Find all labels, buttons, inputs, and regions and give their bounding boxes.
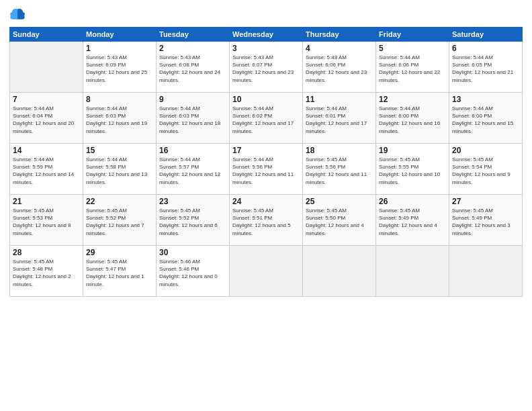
calendar-cell: 1Sunrise: 5:43 AMSunset: 6:09 PMDaylight… [83,42,157,93]
week-row-1: 7Sunrise: 5:44 AMSunset: 6:04 PMDaylight… [10,93,523,144]
calendar-cell: 21Sunrise: 5:45 AMSunset: 5:53 PMDayligh… [10,195,83,246]
calendar-cell: 14Sunrise: 5:44 AMSunset: 5:59 PMDayligh… [10,144,83,195]
day-number: 15 [86,146,153,155]
calendar-cell: 7Sunrise: 5:44 AMSunset: 6:04 PMDaylight… [10,93,83,144]
calendar-cell [303,246,376,297]
day-info: Sunrise: 5:44 AMSunset: 5:59 PMDaylight:… [13,156,80,186]
day-info: Sunrise: 5:45 AMSunset: 5:55 PMDaylight:… [379,156,446,186]
day-info: Sunrise: 5:45 AMSunset: 5:52 PMDaylight:… [159,207,226,237]
day-info: Sunrise: 5:44 AMSunset: 6:00 PMDaylight:… [379,105,446,135]
logo-icon [9,7,26,23]
day-header-tuesday: Tuesday [157,28,230,42]
calendar-cell: 17Sunrise: 5:44 AMSunset: 5:56 PMDayligh… [230,144,303,195]
day-info: Sunrise: 5:43 AMSunset: 6:08 PMDaylight:… [159,54,226,84]
calendar-cell: 8Sunrise: 5:44 AMSunset: 6:03 PMDaylight… [83,93,157,144]
calendar-cell: 23Sunrise: 5:45 AMSunset: 5:52 PMDayligh… [157,195,230,246]
calendar-cell: 12Sunrise: 5:44 AMSunset: 6:00 PMDayligh… [376,93,449,144]
calendar-cell [449,246,523,297]
day-info: Sunrise: 5:44 AMSunset: 6:00 PMDaylight:… [452,105,519,135]
day-info: Sunrise: 5:44 AMSunset: 6:06 PMDaylight:… [379,54,446,84]
day-number: 21 [13,197,80,206]
calendar-cell: 9Sunrise: 5:44 AMSunset: 6:03 PMDaylight… [157,93,230,144]
day-number: 27 [452,197,519,206]
calendar-cell: 20Sunrise: 5:45 AMSunset: 5:54 PMDayligh… [449,144,523,195]
day-number: 24 [232,197,300,206]
day-header-wednesday: Wednesday [230,28,303,42]
day-number: 7 [13,95,80,104]
day-info: Sunrise: 5:45 AMSunset: 5:48 PMDaylight:… [13,258,80,288]
calendar-cell: 4Sunrise: 5:43 AMSunset: 6:06 PMDaylight… [303,42,376,93]
day-info: Sunrise: 5:44 AMSunset: 6:01 PMDaylight:… [306,105,373,135]
day-number: 26 [379,197,446,206]
calendar-cell [376,246,449,297]
day-info: Sunrise: 5:45 AMSunset: 5:53 PMDaylight:… [13,207,80,237]
day-number: 30 [159,248,226,257]
page: SundayMondayTuesdayWednesdayThursdayFrid… [0,0,532,411]
day-number: 14 [13,146,80,155]
logo [9,7,28,23]
day-info: Sunrise: 5:44 AMSunset: 6:04 PMDaylight:… [13,105,80,135]
calendar-cell: 3Sunrise: 5:43 AMSunset: 6:07 PMDaylight… [230,42,303,93]
day-number: 6 [452,44,519,53]
week-row-4: 28Sunrise: 5:45 AMSunset: 5:48 PMDayligh… [10,246,523,297]
calendar-cell: 24Sunrise: 5:45 AMSunset: 5:51 PMDayligh… [230,195,303,246]
day-number: 20 [452,146,519,155]
calendar-cell: 6Sunrise: 5:44 AMSunset: 6:05 PMDaylight… [449,42,523,93]
calendar-cell: 16Sunrise: 5:44 AMSunset: 5:57 PMDayligh… [157,144,230,195]
day-info: Sunrise: 5:45 AMSunset: 5:49 PMDaylight:… [379,207,446,237]
calendar-cell: 15Sunrise: 5:44 AMSunset: 5:58 PMDayligh… [83,144,157,195]
calendar-cell: 18Sunrise: 5:45 AMSunset: 5:56 PMDayligh… [303,144,376,195]
day-number: 22 [86,197,153,206]
day-info: Sunrise: 5:44 AMSunset: 6:03 PMDaylight:… [159,105,226,135]
day-header-sunday: Sunday [10,28,83,42]
day-header-monday: Monday [83,28,157,42]
week-row-0: 1Sunrise: 5:43 AMSunset: 6:09 PMDaylight… [10,42,523,93]
calendar-cell [10,42,83,93]
day-number: 19 [379,146,446,155]
day-info: Sunrise: 5:44 AMSunset: 6:03 PMDaylight:… [86,105,153,135]
day-number: 12 [379,95,446,104]
calendar-cell: 27Sunrise: 5:45 AMSunset: 5:49 PMDayligh… [449,195,523,246]
day-number: 28 [13,248,80,257]
day-number: 4 [306,44,373,53]
day-info: Sunrise: 5:45 AMSunset: 5:47 PMDaylight:… [86,258,153,288]
day-number: 8 [86,95,153,104]
day-info: Sunrise: 5:45 AMSunset: 5:49 PMDaylight:… [452,207,519,237]
day-info: Sunrise: 5:45 AMSunset: 5:56 PMDaylight:… [306,156,373,186]
day-info: Sunrise: 5:44 AMSunset: 5:56 PMDaylight:… [232,156,300,186]
calendar-cell [230,246,303,297]
calendar-cell: 28Sunrise: 5:45 AMSunset: 5:48 PMDayligh… [10,246,83,297]
day-info: Sunrise: 5:44 AMSunset: 6:05 PMDaylight:… [452,54,519,84]
day-header-friday: Friday [376,28,449,42]
day-info: Sunrise: 5:46 AMSunset: 5:46 PMDaylight:… [159,258,226,288]
calendar-cell: 11Sunrise: 5:44 AMSunset: 6:01 PMDayligh… [303,93,376,144]
week-row-2: 14Sunrise: 5:44 AMSunset: 5:59 PMDayligh… [10,144,523,195]
calendar-cell: 29Sunrise: 5:45 AMSunset: 5:47 PMDayligh… [83,246,157,297]
day-info: Sunrise: 5:43 AMSunset: 6:06 PMDaylight:… [306,54,373,84]
calendar-cell: 19Sunrise: 5:45 AMSunset: 5:55 PMDayligh… [376,144,449,195]
day-number: 3 [232,44,300,53]
day-info: Sunrise: 5:43 AMSunset: 6:07 PMDaylight:… [232,54,300,84]
calendar-cell: 30Sunrise: 5:46 AMSunset: 5:46 PMDayligh… [157,246,230,297]
day-number: 1 [86,44,153,53]
calendar-cell: 26Sunrise: 5:45 AMSunset: 5:49 PMDayligh… [376,195,449,246]
day-info: Sunrise: 5:44 AMSunset: 5:57 PMDaylight:… [159,156,226,186]
week-row-3: 21Sunrise: 5:45 AMSunset: 5:53 PMDayligh… [10,195,523,246]
day-number: 2 [159,44,226,53]
header [9,7,523,23]
day-number: 23 [159,197,226,206]
day-info: Sunrise: 5:44 AMSunset: 6:02 PMDaylight:… [232,105,300,135]
day-number: 17 [232,146,300,155]
calendar-cell: 22Sunrise: 5:45 AMSunset: 5:52 PMDayligh… [83,195,157,246]
day-number: 10 [232,95,300,104]
calendar-cell: 2Sunrise: 5:43 AMSunset: 6:08 PMDaylight… [157,42,230,93]
day-number: 29 [86,248,153,257]
day-number: 5 [379,44,446,53]
calendar-cell: 13Sunrise: 5:44 AMSunset: 6:00 PMDayligh… [449,93,523,144]
day-info: Sunrise: 5:44 AMSunset: 5:58 PMDaylight:… [86,156,153,186]
calendar-cell: 25Sunrise: 5:45 AMSunset: 5:50 PMDayligh… [303,195,376,246]
day-info: Sunrise: 5:45 AMSunset: 5:51 PMDaylight:… [232,207,300,237]
day-info: Sunrise: 5:43 AMSunset: 6:09 PMDaylight:… [86,54,153,84]
day-number: 25 [306,197,373,206]
calendar-table: SundayMondayTuesdayWednesdayThursdayFrid… [9,27,523,297]
